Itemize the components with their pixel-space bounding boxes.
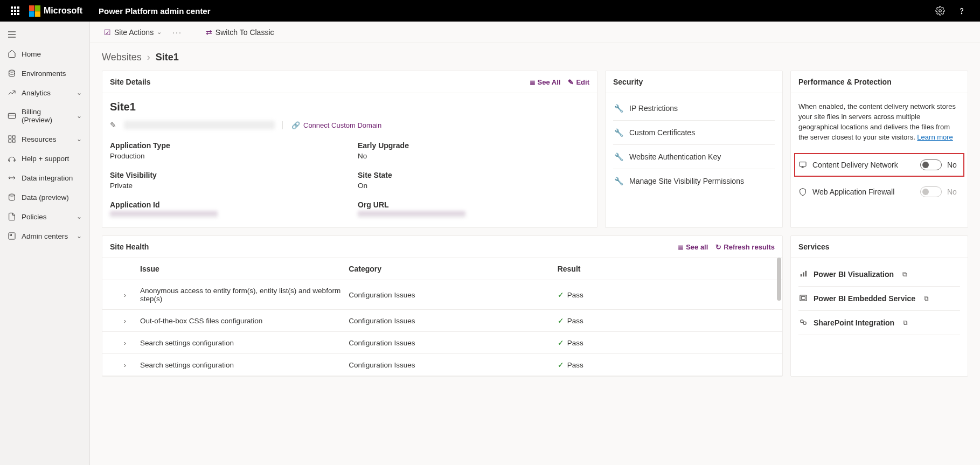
list-icon: ≣: [678, 243, 684, 251]
sidebar-item-data-integration[interactable]: Data integration: [0, 168, 89, 188]
category-cell: Configuration Issues: [349, 317, 557, 325]
edit-url-button[interactable]: ✎: [110, 121, 116, 129]
waf-state: No: [947, 188, 960, 196]
sidebar-item-home[interactable]: Home: [0, 44, 89, 64]
help-button[interactable]: [953, 2, 970, 19]
svg-point-5: [9, 70, 15, 72]
help-support-icon: [8, 154, 16, 163]
expand-row-button[interactable]: ›: [110, 361, 140, 369]
sidebar-item-label: Policies: [22, 213, 47, 221]
table-row: › Search settings configuration Configur…: [102, 354, 782, 376]
svg-point-13: [9, 194, 15, 196]
app-launcher-button[interactable]: [4, 0, 26, 22]
service-item-sharepoint[interactable]: SharePoint Integration ⧉: [798, 311, 960, 335]
chevron-right-icon: ›: [147, 52, 150, 63]
expand-row-button[interactable]: ›: [110, 291, 140, 299]
microsoft-logo: Microsoft: [29, 5, 82, 17]
result-cell: ✓Pass: [558, 338, 766, 347]
chevron-down-icon: ⌄: [77, 135, 82, 143]
learn-more-link[interactable]: Learn more: [917, 133, 953, 141]
gear-icon: [935, 6, 945, 16]
card-title: Security: [613, 78, 643, 86]
scrollbar-thumb[interactable]: [777, 258, 781, 301]
org-url-redacted: [358, 211, 465, 218]
table-row: › Anonymous access to entity form(s), en…: [102, 280, 782, 310]
svg-rect-19: [801, 274, 802, 276]
security-item-custom-certificates[interactable]: 🔧 Custom Certificates: [613, 121, 775, 145]
service-item-powerbi-viz[interactable]: Power BI Visualization ⧉: [798, 262, 960, 287]
chevron-down-icon: ⌄: [77, 89, 82, 96]
sidebar-item-help-support[interactable]: Help + support: [0, 149, 89, 168]
resources-icon: [8, 135, 16, 143]
sidebar-item-label: Help + support: [22, 155, 69, 163]
card-title: Performance & Protection: [798, 78, 892, 86]
refresh-icon: ↻: [715, 243, 721, 251]
health-see-all-button[interactable]: ≣ See all: [678, 243, 708, 251]
waf-toggle[interactable]: [920, 186, 942, 197]
early-upgrade-value: No: [358, 152, 589, 160]
sidebar-item-environments[interactable]: Environments: [0, 64, 89, 83]
sidebar-item-policies[interactable]: Policies ⌄: [0, 207, 89, 226]
security-item-visibility-permissions[interactable]: 🔧 Manage Site Visibility Permissions: [613, 169, 775, 193]
issue-cell: Anonymous access to entity form(s), enti…: [140, 287, 349, 303]
billing-icon: [8, 112, 16, 120]
category-cell: Configuration Issues: [349, 361, 557, 369]
chevron-down-icon: ⌄: [157, 29, 162, 36]
security-item-ip-restrictions[interactable]: 🔧 IP Restrictions: [613, 96, 775, 121]
sidebar-item-resources[interactable]: Resources ⌄: [0, 129, 89, 149]
sidebar-item-admin-centers[interactable]: Admin centers ⌄: [0, 226, 89, 246]
svg-point-25: [803, 322, 806, 324]
checkmark-icon: ✓: [558, 338, 564, 347]
expand-row-button[interactable]: ›: [110, 317, 140, 325]
site-visibility-value: Private: [110, 182, 342, 190]
svg-rect-23: [802, 296, 805, 299]
issue-cell: Search settings configuration: [140, 339, 349, 347]
sidebar-item-data-preview[interactable]: Data (preview): [0, 188, 89, 207]
svg-rect-11: [12, 140, 15, 142]
svg-rect-21: [805, 271, 807, 277]
services-card: Services Power BI Visualization ⧉ Power …: [790, 235, 968, 377]
app-title: Power Platform admin center: [99, 6, 211, 16]
expand-row-button[interactable]: ›: [110, 339, 140, 347]
analytics-icon: [8, 88, 16, 97]
service-item-powerbi-embedded[interactable]: Power BI Embedded Service ⧉: [798, 287, 960, 311]
nav-collapse-button[interactable]: [0, 25, 89, 44]
swap-icon: ⇄: [206, 28, 212, 37]
more-actions-button[interactable]: ···: [168, 25, 186, 40]
col-category: Category: [349, 265, 557, 273]
left-navigation: Home Environments Analytics ⌄ Billing (P…: [0, 22, 90, 465]
settings-button[interactable]: [932, 2, 949, 19]
breadcrumb-parent[interactable]: Websites: [102, 52, 142, 63]
edit-button[interactable]: ✎ Edit: [568, 78, 589, 86]
sidebar-item-label: Billing (Preview): [22, 108, 71, 124]
site-state-value: On: [358, 182, 589, 190]
sidebar-item-billing[interactable]: Billing (Preview) ⌄: [0, 102, 89, 129]
wrench-icon: 🔧: [614, 104, 623, 113]
refresh-results-button[interactable]: ↻ Refresh results: [715, 243, 775, 251]
site-actions-label: Site Actions: [114, 28, 154, 37]
home-icon: [8, 50, 16, 58]
chevron-down-icon: ⌄: [77, 112, 82, 120]
svg-rect-16: [800, 162, 806, 166]
see-all-button[interactable]: ≣ See All: [530, 78, 561, 86]
svg-rect-8: [9, 136, 11, 138]
result-cell: ✓Pass: [558, 290, 766, 299]
issue-cell: Out-of-the-box CSS files configuration: [140, 317, 349, 325]
site-actions-button[interactable]: ☑ Site Actions ⌄: [100, 25, 166, 40]
connect-custom-domain-button[interactable]: 🔗 Connect Custom Domain: [282, 121, 381, 129]
early-upgrade-label: Early Upgrade: [358, 141, 589, 150]
svg-rect-15: [10, 234, 12, 236]
cdn-toggle[interactable]: [920, 159, 942, 170]
link-icon: 🔗: [291, 121, 300, 129]
card-title: Site Health: [110, 242, 149, 251]
svg-rect-20: [803, 272, 804, 276]
col-issue: Issue: [140, 265, 349, 273]
switch-to-classic-button[interactable]: ⇄ Switch To Classic: [201, 25, 279, 40]
application-id-label: Application Id: [110, 200, 342, 209]
security-item-auth-key[interactable]: 🔧 Website Authentication Key: [613, 145, 775, 169]
microsoft-logo-icon: [29, 5, 40, 17]
sidebar-item-analytics[interactable]: Analytics ⌄: [0, 83, 89, 102]
svg-point-0: [939, 10, 942, 12]
main-content: ☑ Site Actions ⌄ ··· ⇄ Switch To Classic…: [90, 22, 980, 465]
sidebar-item-label: Data (preview): [22, 193, 69, 202]
